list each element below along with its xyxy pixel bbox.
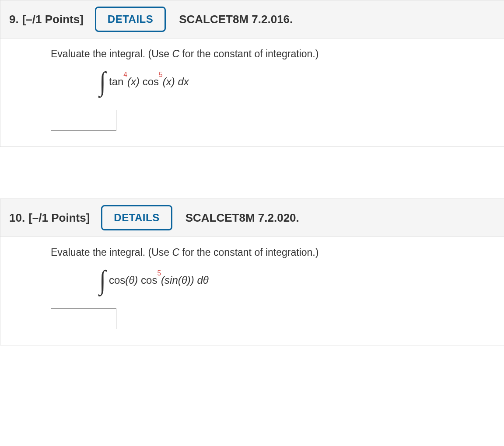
question-content: Evaluate the integral. (Use C for the co…	[40, 38, 504, 146]
prompt-pre: Evaluate the integral. (Use	[51, 247, 172, 258]
integral-icon: ∫	[99, 68, 105, 95]
details-button[interactable]: DETAILS	[95, 7, 166, 32]
spacer	[0, 147, 504, 199]
prompt-pre: Evaluate the integral. (Use	[51, 48, 172, 59]
question-code: SCALCET8M 7.2.016.	[179, 13, 293, 26]
question-9: 9. [–/1 Points] DETAILS SCALCET8M 7.2.01…	[0, 0, 504, 147]
answer-input[interactable]	[51, 110, 116, 131]
question-prompt: Evaluate the integral. (Use C for the co…	[51, 247, 494, 258]
question-prompt: Evaluate the integral. (Use C for the co…	[51, 48, 494, 60]
question-10: 10. [–/1 Points] DETAILS SCALCET8M 7.2.0…	[0, 199, 504, 345]
question-header: 10. [–/1 Points] DETAILS SCALCET8M 7.2.0…	[0, 199, 504, 237]
integral-icon: ∫	[99, 266, 105, 293]
question-points: [–/1 Points]	[28, 211, 90, 225]
integrand: tan4(x) cos5(x) dx	[109, 75, 189, 88]
integrand: cos(θ) cos5(sin(θ)) dθ	[109, 274, 209, 286]
question-header: 9. [–/1 Points] DETAILS SCALCET8M 7.2.01…	[0, 0, 504, 38]
question-number: 9.	[9, 13, 19, 26]
question-content: Evaluate the integral. (Use C for the co…	[40, 237, 504, 345]
prompt-var: C	[172, 247, 179, 258]
prompt-var: C	[172, 48, 179, 59]
question-code: SCALCET8M 7.2.020.	[186, 211, 299, 225]
integral-expression: ∫ cos(θ) cos5(sin(θ)) dθ	[99, 266, 494, 293]
question-number: 10.	[9, 211, 25, 225]
integral-expression: ∫ tan4(x) cos5(x) dx	[99, 68, 494, 95]
question-points: [–/1 Points]	[22, 13, 84, 26]
prompt-post: for the constant of integration.)	[179, 48, 318, 59]
prompt-post: for the constant of integration.)	[179, 247, 318, 258]
answer-input[interactable]	[51, 308, 116, 329]
details-button[interactable]: DETAILS	[101, 205, 172, 230]
